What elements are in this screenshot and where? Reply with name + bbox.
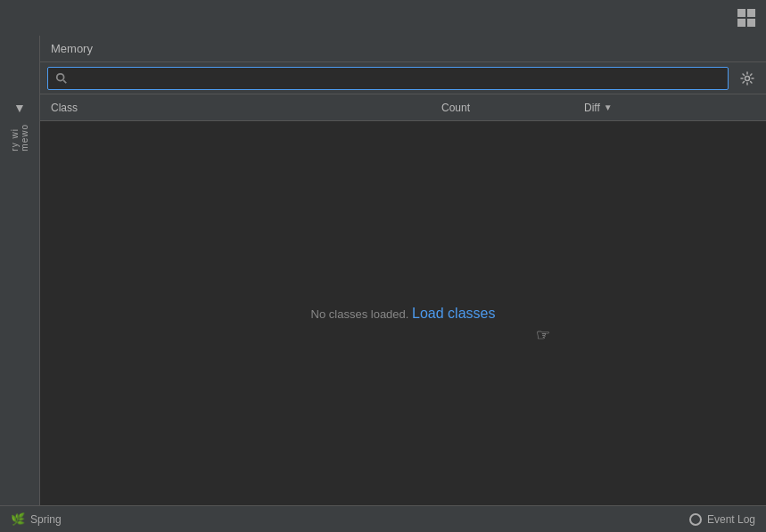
toolbar	[40, 62, 766, 94]
top-bar	[0, 0, 766, 36]
spring-leaf-icon: 🌿	[11, 512, 25, 526]
svg-line-1	[63, 80, 66, 83]
diff-label: Diff	[584, 102, 600, 114]
content-area: No classes loaded. Load classes	[40, 121, 766, 505]
sidebar-collapse-button[interactable]: ▼	[13, 101, 26, 115]
empty-state-message: No classes loaded. Load classes	[311, 306, 496, 322]
column-class[interactable]: Class	[40, 102, 441, 114]
column-headers: Class Count Diff ▼	[40, 94, 766, 121]
search-icon	[55, 72, 68, 85]
column-diff[interactable]: Diff ▼	[584, 102, 766, 114]
sidebar: ▼ ry wi mewo	[0, 36, 40, 505]
status-bar: 🌿 Spring Event Log	[0, 505, 766, 532]
svg-point-0	[57, 73, 64, 80]
search-input[interactable]	[73, 72, 721, 85]
status-left: 🌿 Spring	[11, 512, 62, 526]
column-count[interactable]: Count	[441, 102, 584, 114]
panel-title: Memory	[51, 42, 93, 55]
gear-icon	[740, 71, 754, 86]
status-right: Event Log	[689, 513, 755, 526]
grid-icon[interactable]	[737, 9, 755, 27]
sidebar-partial-text: ry wi mewo	[10, 124, 29, 151]
diff-sort-chevron-icon: ▼	[604, 102, 613, 112]
panel-title-bar: Memory	[40, 36, 766, 62]
event-log-label: Event Log	[707, 513, 755, 526]
event-log-icon	[689, 513, 702, 526]
svg-point-2	[745, 76, 750, 80]
spring-label: Spring	[30, 513, 62, 526]
no-classes-text: No classes loaded.	[311, 307, 412, 321]
main-panel: Memory Class Count Diff ▼ No classes l	[40, 36, 766, 505]
settings-button[interactable]	[736, 67, 759, 90]
load-classes-link[interactable]: Load classes	[412, 306, 495, 321]
search-wrapper	[47, 67, 729, 90]
